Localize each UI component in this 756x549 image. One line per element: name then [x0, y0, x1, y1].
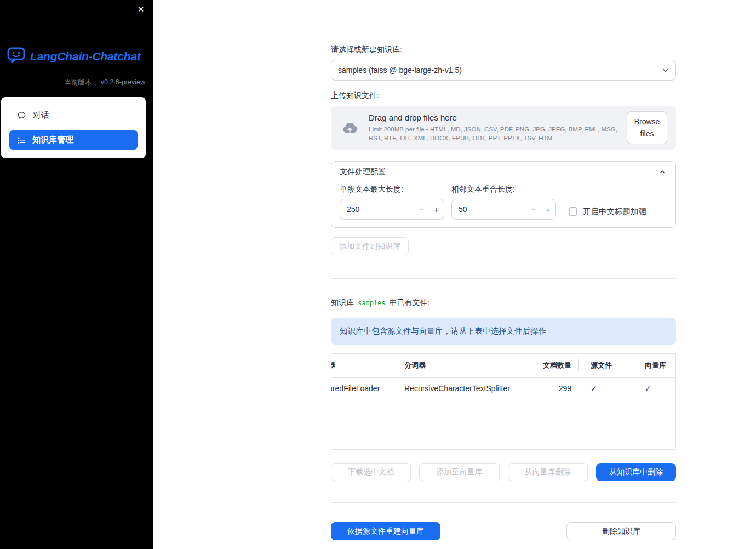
sidebar: ✕ LangChain-Chatchat 当前版本： v0.2.6-previe…	[0, 0, 153, 549]
add-files-to-kb-button[interactable]: 添加文件到知识库	[331, 237, 409, 255]
delete-from-kb-button[interactable]: 从知识库中删除	[596, 463, 676, 481]
cell-splitter: RecursiveCharacterTextSplitter	[394, 384, 519, 393]
col-header-loader[interactable]: 文档加载器	[331, 354, 394, 377]
chunk-size-label: 单段文本最大长度:	[340, 185, 444, 195]
menu-item-label: 知识库管理	[32, 135, 73, 145]
divider	[331, 278, 676, 279]
info-banner: 知识库中包含源文件与向量库，请从下表中选择文件后操作	[331, 318, 676, 345]
cell-docs-count: 299	[519, 384, 579, 393]
version-label: 当前版本：	[64, 78, 99, 88]
col-header-docs-count[interactable]: 文档数量	[519, 354, 579, 377]
minus-button[interactable]: −	[526, 205, 541, 214]
file-action-buttons: 下载选中文档 添加至向量库 从向量库删除 从知识库中删除	[331, 463, 676, 481]
sidebar-menu: 对话 知识库管理	[1, 97, 146, 158]
chat-bubble-icon	[17, 111, 26, 120]
cell-loader: UnstructuredFileLoader	[331, 384, 394, 393]
col-header-vector-store[interactable]: 向量库	[634, 354, 676, 377]
upload-label: 上传知识文件:	[331, 91, 676, 101]
table-empty-area	[331, 399, 676, 450]
files-table: 文档加载器 分词器 文档数量 源文件 向量库 UnstructuredFileL…	[331, 353, 676, 450]
chunk-size-value[interactable]: 250	[340, 205, 414, 214]
menu-item-knowledge-base[interactable]: 知识库管理	[9, 130, 138, 150]
file-config-expander: 文件处理配置 单段文本最大长度: 250 − +	[331, 161, 676, 228]
browse-files-button[interactable]: Browse files	[627, 111, 667, 145]
chevron-up-icon	[658, 168, 667, 176]
overlap-size-field: 相邻文本重合长度: 50 − +	[451, 185, 556, 220]
chevron-down-icon	[660, 65, 671, 76]
cell-source-file-check: ✓	[579, 384, 634, 393]
kb-name-code: samples	[358, 299, 386, 307]
kb-files-suffix: 中已有文件:	[390, 298, 430, 308]
table-row[interactable]: UnstructuredFileLoader RecursiveCharacte…	[331, 378, 676, 399]
version-text: 当前版本： v0.2.6-preview	[0, 65, 153, 88]
kb-selectbox[interactable]: samples (faiss @ bge-large-zh-v1.5)	[331, 60, 676, 81]
kb-files-heading: 知识库 samples 中已有文件:	[331, 298, 676, 308]
chunk-size-input[interactable]: 250 − +	[340, 199, 444, 220]
zh-title-enhance-field: 开启中文标题加强	[563, 203, 646, 220]
table-header-row: 文档加载器 分词器 文档数量 源文件 向量库	[331, 354, 676, 378]
menu-item-dialogue[interactable]: 对话	[9, 106, 138, 125]
kb-files-prefix: 知识库	[331, 298, 354, 308]
logo-chat-smiley-icon	[7, 47, 25, 65]
rebuild-vector-store-button[interactable]: 依据源文件重建向量库	[331, 522, 440, 540]
overlap-size-input[interactable]: 50 − +	[451, 199, 556, 220]
download-selected-button[interactable]: 下载选中文档	[331, 463, 411, 481]
kb-select-label: 请选择或新建知识库:	[331, 45, 676, 55]
kb-footer-buttons: 依据源文件重建向量库 删除知识库	[331, 522, 676, 540]
close-icon: ✕	[138, 4, 145, 14]
cloud-upload-icon	[340, 119, 360, 136]
expander-body: 单段文本最大长度: 250 − + 相邻文本重合长度: 50 − +	[331, 180, 675, 227]
zh-title-enhance-label: 开启中文标题加强	[583, 207, 646, 217]
kb-select-value: samples (faiss @ bge-large-zh-v1.5)	[338, 66, 462, 75]
dropzone-title: Drag and drop files here	[369, 113, 618, 122]
version-value: v0.2.6-preview	[101, 78, 145, 88]
files-table-scroll-content: 文档加载器 分词器 文档数量 源文件 向量库 UnstructuredFileL…	[331, 354, 676, 450]
list-task-icon	[17, 136, 26, 145]
minus-button[interactable]: −	[414, 205, 429, 214]
file-dropzone[interactable]: Drag and drop files here Limit 200MB per…	[331, 106, 676, 150]
overlap-size-label: 相邻文本重合长度:	[451, 185, 556, 195]
expander-title: 文件处理配置	[340, 167, 386, 177]
expander-header[interactable]: 文件处理配置	[331, 162, 675, 180]
dropzone-limits: Limit 200MB per file • HTML, MD, JSON, C…	[369, 125, 618, 142]
menu-item-label: 对话	[33, 110, 49, 121]
sidebar-close-button[interactable]: ✕	[135, 3, 147, 15]
app-logo: LangChain-Chatchat	[7, 47, 147, 65]
overlap-size-value[interactable]: 50	[452, 205, 526, 214]
cell-vector-store-check: ✓	[634, 384, 676, 393]
col-header-splitter[interactable]: 分词器	[394, 354, 519, 377]
app-root: ✕ LangChain-Chatchat 当前版本： v0.2.6-previe…	[0, 0, 756, 549]
zh-title-enhance-checkbox[interactable]	[569, 207, 577, 216]
plus-button[interactable]: +	[429, 205, 444, 214]
col-header-source-file[interactable]: 源文件	[579, 354, 634, 377]
content-column: 请选择或新建知识库: samples (faiss @ bge-large-zh…	[331, 0, 676, 540]
add-to-vector-store-button[interactable]: 添加至向量库	[419, 463, 499, 481]
divider	[331, 502, 676, 503]
main-area: 请选择或新建知识库: samples (faiss @ bge-large-zh…	[153, 0, 756, 549]
dropzone-text: Drag and drop files here Limit 200MB per…	[369, 113, 618, 142]
plus-button[interactable]: +	[541, 205, 555, 214]
delete-kb-button[interactable]: 删除知识库	[566, 522, 676, 540]
chunk-size-field: 单段文本最大长度: 250 − +	[340, 185, 444, 220]
logo-text: LangChain-Chatchat	[30, 50, 141, 63]
delete-from-vector-store-button[interactable]: 从向量库删除	[508, 463, 588, 481]
